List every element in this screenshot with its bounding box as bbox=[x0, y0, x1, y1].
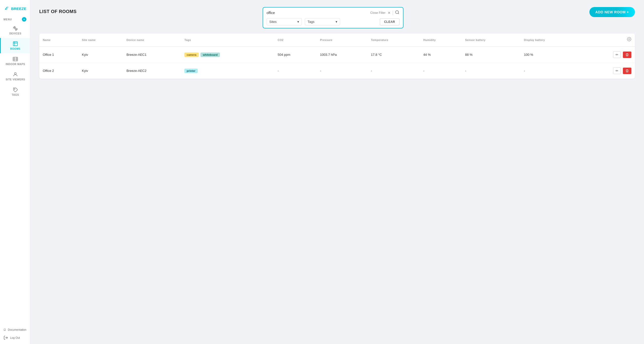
close-icon[interactable]: ✕ bbox=[388, 11, 391, 15]
book-icon bbox=[4, 327, 6, 332]
edit-button[interactable]: ✏ bbox=[613, 51, 621, 58]
action-buttons: ✏ bbox=[584, 51, 631, 58]
svg-point-8 bbox=[629, 39, 630, 40]
room-actions: ✏ bbox=[580, 46, 635, 63]
filter-dropdowns-row: Sites ▾ Tags ▾ CLEAR bbox=[267, 18, 399, 25]
col-site-name: Site name bbox=[78, 33, 123, 46]
sidebar-item-site-viewers[interactable]: SITE VIEWERS bbox=[0, 69, 30, 84]
svg-line-7 bbox=[398, 13, 399, 14]
tag-camera[interactable]: camera bbox=[184, 53, 199, 57]
logout-link[interactable]: Log Out bbox=[4, 335, 26, 340]
clear-button[interactable]: CLEAR bbox=[380, 18, 399, 25]
room-tags: printer bbox=[181, 63, 274, 79]
sidebar-item-devices-label: DEVICES bbox=[9, 32, 21, 35]
logo-icon bbox=[4, 5, 10, 13]
close-filter-label: Close Filter bbox=[370, 11, 386, 15]
col-display-battery: Display battery bbox=[520, 33, 581, 46]
sidebar-item-indoor-maps-label: INDOOR MAPS bbox=[6, 63, 25, 66]
viewers-icon bbox=[13, 72, 18, 77]
search-input[interactable] bbox=[267, 11, 370, 15]
trash-icon bbox=[625, 53, 629, 57]
room-pressure: - bbox=[316, 63, 368, 79]
tags-icon bbox=[13, 87, 18, 92]
room-name: Office 1 bbox=[39, 46, 78, 63]
col-temperature: Temperature bbox=[367, 33, 420, 46]
table-body: Office 1 Kyiv Breeze-AEC1 camera whitebo… bbox=[39, 46, 635, 79]
room-actions: ✏ bbox=[580, 63, 635, 79]
tags-label: Tags bbox=[308, 20, 314, 24]
delete-button[interactable] bbox=[623, 52, 631, 58]
filter-divider bbox=[393, 11, 393, 15]
room-tags: camera whiteboard bbox=[181, 46, 274, 63]
signal-icon bbox=[13, 26, 18, 31]
sites-label: Sites bbox=[269, 20, 277, 24]
svg-rect-1 bbox=[13, 42, 18, 46]
room-humidity: 44 % bbox=[420, 46, 462, 63]
room-display-battery: 100 % bbox=[520, 46, 581, 63]
room-co2: 504 ppm bbox=[274, 46, 316, 63]
room-pressure: 1003.7 hPa bbox=[316, 46, 368, 63]
svg-point-3 bbox=[14, 73, 16, 74]
col-device-name: Device name bbox=[123, 33, 181, 46]
room-display-battery: - bbox=[520, 63, 581, 79]
svg-point-4 bbox=[14, 89, 15, 89]
col-co2: CO2 bbox=[274, 33, 316, 46]
sidebar-item-tags-label: TAGS bbox=[12, 93, 19, 96]
sidebar-item-devices[interactable]: DEVICES bbox=[0, 23, 30, 38]
logo: BREEZE bbox=[0, 0, 30, 15]
documentation-link[interactable]: Documentation bbox=[4, 327, 26, 332]
room-site: Kyiv bbox=[78, 46, 123, 63]
filter-search-row: Close Filter ✕ bbox=[267, 10, 399, 16]
room-sensor-battery: - bbox=[462, 63, 520, 79]
svg-point-0 bbox=[15, 28, 16, 29]
main-content: LIST OF ROOMS Close Filter ✕ bbox=[30, 0, 644, 344]
table-row: Office 1 Kyiv Breeze-AEC1 camera whitebo… bbox=[39, 46, 635, 63]
sidebar-item-rooms[interactable]: ROOMS bbox=[0, 38, 30, 53]
rooms-table: Name Site name Device name Tags CO2 Pres… bbox=[39, 33, 635, 79]
sidebar-bottom: Documentation Log Out bbox=[0, 323, 30, 344]
col-pressure: Pressure bbox=[316, 33, 368, 46]
room-site: Kyiv bbox=[78, 63, 123, 79]
chevron-down-icon: ▾ bbox=[297, 20, 299, 24]
filter-box: Close Filter ✕ Sites ▾ Tags bbox=[263, 7, 404, 28]
room-name: Office 2 bbox=[39, 63, 78, 79]
menu-label-row: MENU + bbox=[0, 15, 30, 23]
room-sensor-battery: 88 % bbox=[462, 46, 520, 63]
col-name: Name bbox=[39, 33, 78, 46]
svg-point-6 bbox=[395, 11, 398, 14]
tag-printer[interactable]: printer bbox=[184, 69, 198, 73]
table-row: Office 2 Kyiv Breeze-AEC2 printer - - - … bbox=[39, 63, 635, 79]
sidebar-item-indoor-maps[interactable]: INDOOR MAPS bbox=[0, 53, 30, 69]
sites-dropdown[interactable]: Sites ▾ bbox=[267, 18, 302, 25]
page-title: LIST OF ROOMS bbox=[39, 7, 77, 14]
room-temperature: - bbox=[367, 63, 420, 79]
logout-label: Log Out bbox=[10, 336, 20, 339]
col-humidity: Humidity bbox=[420, 33, 462, 46]
action-buttons: ✏ bbox=[584, 67, 631, 74]
col-sensor-battery: Sensor battery bbox=[462, 33, 520, 46]
sidebar-item-rooms-label: ROOMS bbox=[10, 47, 20, 50]
tag-whiteboard[interactable]: whiteboard bbox=[200, 53, 220, 57]
room-temperature: 17.8 °C bbox=[367, 46, 420, 63]
col-tags: Tags bbox=[181, 33, 274, 46]
chevron-down-icon: ▾ bbox=[336, 20, 337, 24]
menu-dot[interactable]: + bbox=[22, 17, 26, 22]
sidebar: BREEZE MENU + DEVICES ROOMS bbox=[0, 0, 30, 344]
sidebar-nav: DEVICES ROOMS INDOOR MAPS SITE VIEWERS bbox=[0, 23, 30, 323]
close-filter-button[interactable]: Close Filter ✕ bbox=[370, 11, 391, 15]
room-device: Breeze-AEC1 bbox=[123, 46, 181, 63]
search-icon[interactable] bbox=[395, 10, 399, 16]
delete-button[interactable] bbox=[623, 68, 631, 74]
tags-dropdown[interactable]: Tags ▾ bbox=[305, 18, 340, 25]
settings-icon[interactable] bbox=[627, 37, 631, 41]
sidebar-item-tags[interactable]: TAGS bbox=[0, 84, 30, 99]
logout-icon bbox=[4, 335, 8, 340]
room-humidity: - bbox=[420, 63, 462, 79]
documentation-label: Documentation bbox=[8, 328, 26, 331]
table-header: Name Site name Device name Tags CO2 Pres… bbox=[39, 33, 635, 46]
add-room-button[interactable]: ADD NEW ROOM + bbox=[589, 7, 635, 17]
edit-button[interactable]: ✏ bbox=[613, 67, 621, 74]
map-icon bbox=[13, 56, 18, 62]
rooms-table-container: Name Site name Device name Tags CO2 Pres… bbox=[39, 33, 635, 79]
header-row: LIST OF ROOMS Close Filter ✕ bbox=[39, 7, 635, 28]
